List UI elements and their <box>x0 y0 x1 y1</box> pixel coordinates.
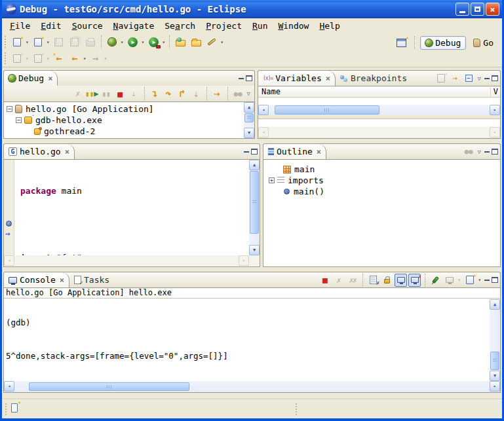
maximize-view-button[interactable] <box>492 277 498 283</box>
next-annotation-dropdown[interactable]: ▾ <box>26 56 29 62</box>
drop-to-frame-button[interactable]: ⇣ <box>190 87 203 100</box>
display-console-dropdown[interactable]: ▾ <box>457 277 461 283</box>
back-button[interactable]: ← <box>68 51 82 65</box>
editor-marker-ruler[interactable]: → <box>4 160 14 255</box>
toolbar-grip[interactable] <box>5 36 7 48</box>
breakpoint-icon[interactable] <box>6 221 12 227</box>
new-menu-dropdown[interactable]: ▾ <box>47 39 50 45</box>
annotation-brush-button[interactable] <box>204 35 219 49</box>
menu-project[interactable]: Project <box>201 20 247 31</box>
scroll-right-button[interactable]: ▸ <box>490 105 500 115</box>
expander-icon[interactable]: + <box>269 177 275 183</box>
scroll-down-button[interactable]: ▼ <box>244 128 254 138</box>
run-launch-dropdown[interactable]: ▾ <box>141 39 144 45</box>
resume-button[interactable]: ▮▮▶ <box>85 87 98 100</box>
step-into-button[interactable]: ↴ <box>149 87 161 100</box>
forward-button[interactable]: → <box>88 51 102 65</box>
perspective-debug-button[interactable]: Debug <box>420 36 466 50</box>
disconnect-button[interactable]: ⇣ <box>128 87 140 100</box>
external-tools-button[interactable]: ▶ <box>146 35 161 49</box>
menu-file[interactable]: File <box>5 20 35 31</box>
show-type-names-button[interactable] <box>435 72 448 85</box>
variables-column-header[interactable]: Name V <box>258 86 500 98</box>
open-console-button[interactable] <box>463 274 476 287</box>
variables-detail-pane[interactable] <box>258 119 500 127</box>
scrollbar-thumb[interactable] <box>275 105 379 115</box>
minimize-view-button[interactable] <box>484 149 490 155</box>
suspend-button[interactable]: ▮▮ <box>100 87 113 100</box>
annotation-brush-dropdown[interactable]: ▾ <box>220 39 223 45</box>
menu-source[interactable]: Source <box>67 20 108 31</box>
maximize-view-button[interactable] <box>251 149 258 155</box>
new-menu-button[interactable] <box>31 35 45 49</box>
run-launch-button[interactable]: ▶ <box>125 35 140 49</box>
scroll-up-button[interactable]: ▲ <box>244 102 254 113</box>
show-stdout-toggle[interactable] <box>395 274 407 287</box>
open-resource-button[interactable] <box>189 35 203 49</box>
console-horizontal-scrollbar[interactable]: ◂ ▸ <box>4 381 500 392</box>
clear-console-button[interactable] <box>367 274 379 287</box>
tab-console-close-icon[interactable]: × <box>60 276 64 285</box>
minimize-view-button[interactable] <box>484 277 490 283</box>
minimize-view-button[interactable] <box>243 149 250 155</box>
console-output[interactable]: (gdb) 5^done,stack-args=[frame={level="0… <box>4 299 490 381</box>
menu-navigate[interactable]: Navigate <box>108 20 160 31</box>
console-vertical-scrollbar[interactable]: ▲ ▼ <box>490 299 500 381</box>
open-plugin-artifact-button[interactable] <box>173 35 187 49</box>
remove-all-launches-button[interactable]: ✗✗ <box>346 274 359 287</box>
debug-launch-button[interactable] <box>105 35 119 49</box>
menu-run[interactable]: Run <box>247 20 273 31</box>
tab-console[interactable]: Console × <box>4 272 69 287</box>
maximize-view-button[interactable] <box>246 75 252 81</box>
scrollbar-thumb[interactable] <box>244 113 254 122</box>
open-console-dropdown[interactable]: ▾ <box>478 277 481 283</box>
save-button[interactable] <box>52 35 66 49</box>
remove-launch-button[interactable]: ✗ <box>332 274 345 287</box>
debug-view-menu-icon[interactable]: ▽ <box>246 90 252 97</box>
debug-misc-button[interactable]: ●● <box>232 87 244 100</box>
code-area[interactable]: package main import "fmt" func main() { … <box>15 160 249 255</box>
remove-all-terminated-button[interactable]: ✗ <box>71 87 84 100</box>
variables-tree-empty[interactable] <box>258 98 500 105</box>
scroll-lock-button[interactable] <box>381 274 393 287</box>
tab-tasks[interactable]: Tasks <box>69 272 114 287</box>
expander-icon[interactable]: − <box>16 117 22 123</box>
minimize-view-button[interactable] <box>238 75 244 81</box>
pin-console-button[interactable] <box>429 274 442 287</box>
maximize-view-button[interactable] <box>492 149 498 155</box>
maximize-view-button[interactable] <box>492 75 498 81</box>
outline-misc-button[interactable]: ●● <box>463 145 475 158</box>
back-dropdown[interactable]: ▾ <box>83 56 87 62</box>
scroll-left-button[interactable]: ◂ <box>4 381 14 392</box>
show-stderr-toggle[interactable] <box>408 274 421 287</box>
variables-view-menu-icon[interactable]: ▽ <box>476 75 482 82</box>
save-all-button[interactable] <box>68 35 82 49</box>
debug-vertical-scrollbar[interactable]: ▲ ▼ <box>244 102 254 138</box>
tab-debug-close-icon[interactable]: × <box>48 74 52 83</box>
terminate-console-button[interactable]: ■ <box>319 274 331 287</box>
close-button[interactable]: × <box>486 3 499 16</box>
tab-outline-close-icon[interactable]: × <box>317 147 321 156</box>
scroll-up-button[interactable]: ▲ <box>249 160 260 170</box>
scroll-up-button[interactable]: ▲ <box>490 299 500 310</box>
tab-variables[interactable]: (x)= Variables × <box>258 71 336 86</box>
scroll-left-button[interactable]: ◂ <box>258 105 269 115</box>
title-bar[interactable]: Debug - testGo/src/cmd/hello.go - Eclips… <box>2 0 502 18</box>
scrollbar-thumb[interactable] <box>250 171 259 234</box>
scroll-down-button[interactable]: ▼ <box>249 245 260 255</box>
tree-item-process[interactable]: − gdb-hello.exe <box>7 115 254 126</box>
tab-debug[interactable]: Debug × <box>4 71 58 86</box>
tab-outline[interactable]: Outline × <box>263 144 326 159</box>
toolbar-grip[interactable] <box>5 52 7 64</box>
minimize-button[interactable] <box>456 3 469 16</box>
expander-icon[interactable]: − <box>7 106 12 112</box>
fast-view-icon[interactable] <box>11 403 18 412</box>
collapse-all-button[interactable]: − <box>463 72 475 85</box>
scroll-right-button[interactable]: ▸ <box>490 381 500 392</box>
scroll-down-button[interactable]: ▼ <box>490 371 500 381</box>
perspective-go-button[interactable]: Go <box>469 37 498 49</box>
tree-item-launch[interactable]: − hello.go [Go Application] <box>7 103 254 115</box>
print-button[interactable] <box>83 35 98 49</box>
outline-item-package[interactable]: main <box>269 164 500 175</box>
editor-vertical-scrollbar[interactable]: ▲ ▼ <box>249 160 260 255</box>
